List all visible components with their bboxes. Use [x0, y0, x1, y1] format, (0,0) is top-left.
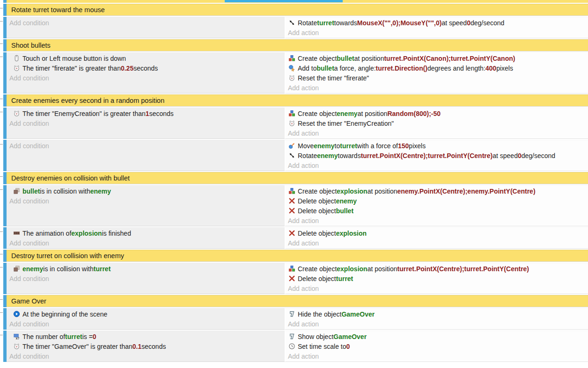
action-item[interactable]: Move enemy to turret with a force of 150… [288, 141, 588, 151]
action-item[interactable]: Show object GameOver [288, 332, 588, 341]
condition-item[interactable]: The animation of explosion is finished [9, 228, 285, 238]
event-block: The animation of explosion is finishedAd… [3, 227, 588, 249]
action-item[interactable]: Create object explosion at position turr… [288, 264, 588, 274]
action-item[interactable]: Set time scale to 0 [288, 341, 588, 351]
condition-item[interactable]: enemy is in collision with turret [9, 264, 285, 274]
event-selection-bar[interactable] [3, 263, 7, 294]
event-selection-bar[interactable] [3, 94, 7, 107]
event-selection-bar[interactable] [3, 185, 7, 226]
add-condition-button[interactable]: Add condition [9, 18, 285, 28]
condition-item[interactable]: The timer "firerate" is greater than 0.2… [9, 63, 285, 73]
conditions-cell: The animation of explosion is finishedAd… [7, 227, 285, 249]
condition-item[interactable]: bullet is in collision with enemy [9, 186, 285, 196]
add-action-button[interactable]: Add action [288, 28, 588, 37]
condition-item[interactable]: The timer "GameOver" is greater than 0.1… [9, 341, 285, 351]
add-action-button[interactable]: Add action [288, 283, 588, 293]
add-condition-button[interactable]: Add condition [9, 73, 285, 83]
event-selection-bar[interactable] [3, 308, 7, 330]
object-name: turret [317, 19, 334, 27]
object-name: GameOver [341, 310, 375, 318]
condition-item[interactable]: Touch or Left mouse button is down [9, 53, 285, 63]
object-name: explosion [337, 265, 367, 273]
action-item[interactable]: Delete object turret [288, 274, 588, 283]
event-selection-bar[interactable] [3, 0, 7, 3]
add-action-button[interactable]: Add action [288, 238, 588, 248]
sentence-text: At the beginning of the scene [22, 310, 107, 318]
action-item[interactable]: Reset the timer "firerate" [288, 73, 588, 83]
event-selection-bar[interactable] [3, 52, 7, 94]
group-header-block: Destroy turret on collision with enemy [3, 250, 588, 262]
group-header[interactable]: Shoot bullets [7, 39, 588, 51]
add-action-button[interactable]: Add action [288, 319, 588, 329]
add-action-button[interactable]: Add action [288, 160, 588, 170]
visibility-icon [288, 333, 296, 340]
event-selection-bar[interactable] [3, 331, 7, 362]
sentence-text: with a force of [357, 142, 398, 150]
expression-value: MouseX("",0);MouseY("",0) [357, 19, 442, 27]
group-header[interactable]: Destroy enemies on collision with bullet [7, 172, 588, 184]
add-condition-button[interactable]: Add condition [9, 118, 285, 128]
timer-icon [13, 65, 21, 72]
sentence-text: The timer "firerate" is greater than [22, 65, 121, 72]
sentence-text: deg/second [470, 19, 504, 27]
event-selection-bar[interactable] [3, 17, 7, 38]
add-action-button[interactable]: Add action [288, 351, 588, 361]
event-selection-bar[interactable] [3, 227, 7, 249]
event-content: enemy is in collision with turretAdd con… [7, 263, 588, 294]
sentence-text: Reset the timer "firerate" [298, 74, 369, 82]
sentence-text: The timer "GameOver" is greater than [22, 343, 132, 350]
conditions-cell: Add condition [7, 17, 285, 38]
event-selection-bar[interactable] [3, 140, 7, 171]
add-action-button[interactable]: Add action [288, 216, 588, 225]
sentence-text: Delete object [298, 230, 336, 237]
object-name: turret [340, 142, 357, 150]
group-header[interactable]: Game Over [7, 295, 588, 307]
event-block: bullet is in collision with enemyAdd con… [3, 185, 588, 226]
group-header-block: Shoot bullets [3, 39, 588, 51]
actions-cell: Delete object explosionAdd action [285, 227, 588, 249]
action-item[interactable]: Rotate enemy towards turret.PointX(Centr… [288, 151, 588, 160]
add-condition-button[interactable]: Add condition [9, 319, 285, 329]
action-item[interactable]: Delete object bullet [288, 206, 588, 216]
sentence-text: seconds [133, 65, 158, 72]
event-selection-bar[interactable] [3, 172, 7, 184]
add-condition-button[interactable]: Add condition [9, 238, 285, 248]
object-name: bullet [337, 55, 354, 62]
action-item[interactable]: Create object bullet at position turret.… [288, 53, 588, 63]
condition-item[interactable]: x?The number of turret is = 0 [9, 332, 285, 341]
event-block: Touch or Left mouse button is downThe ti… [3, 52, 588, 94]
condition-item[interactable]: The timer "EnemyCreation" is greater tha… [9, 108, 285, 118]
add-action-button[interactable]: Add action [288, 83, 588, 93]
sentence-text: Show object [298, 333, 333, 340]
action-item[interactable]: Reset the timer "EnemyCreation" [288, 118, 588, 128]
object-name: turret [94, 265, 111, 273]
add-condition-button[interactable]: Add condition [9, 351, 285, 361]
event-selection-bar[interactable] [3, 39, 7, 51]
group-header[interactable]: Create enemies every second in a random … [7, 94, 588, 107]
event-selection-bar[interactable] [3, 295, 7, 307]
group-header[interactable]: Destroy turret on collision with enemy [7, 250, 588, 262]
action-item[interactable]: Rotate turret towards MouseX("",0);Mouse… [288, 18, 588, 28]
action-item[interactable]: Create object enemy at position Random(8… [288, 108, 588, 118]
sentence-text: is finished [102, 230, 131, 237]
action-item[interactable]: Delete object explosion [288, 228, 588, 238]
expression-value: enemy.PointX(Centre);enemy.PointY(Centre… [397, 188, 535, 195]
group-header-block: Create enemies every second in a random … [3, 94, 588, 107]
action-item[interactable]: Delete object enemy [288, 196, 588, 206]
add-condition-button[interactable]: Add condition [9, 141, 285, 151]
sentence-text: Delete object [298, 275, 336, 282]
sentence-text: Create object [298, 188, 337, 195]
event-selection-bar[interactable] [3, 108, 7, 139]
action-item[interactable]: Create object explosion at position enem… [288, 186, 588, 196]
add-condition-button[interactable]: Add condition [9, 274, 285, 283]
add-condition-button[interactable]: Add condition [9, 196, 285, 206]
add-action-button[interactable]: Add action [288, 128, 588, 138]
condition-item[interactable]: At the beginning of the scene [9, 309, 285, 319]
action-item[interactable]: Add to bullet a force, angle: turret.Dir… [288, 63, 588, 73]
action-item[interactable]: Hide the object GameOver [288, 309, 588, 319]
sentence-text: at position [368, 188, 397, 195]
group-header[interactable]: Rotate turret toward the mouse [7, 4, 588, 16]
event-selection-bar[interactable] [3, 4, 7, 16]
group-header-block: Game Over [3, 295, 588, 307]
event-selection-bar[interactable] [3, 250, 7, 262]
